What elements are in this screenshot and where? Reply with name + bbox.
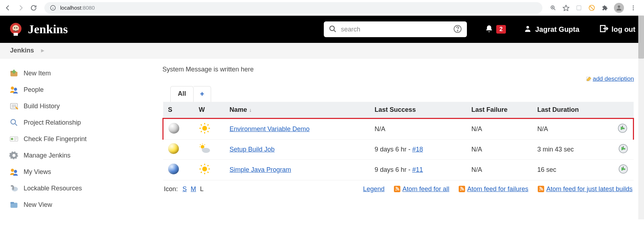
reading-list-icon[interactable] [575,4,582,11]
extension-clock-icon[interactable] [588,4,595,11]
sidebar-item-build-history[interactable]: Build History [6,98,150,114]
col-name[interactable]: Name↓ [225,102,370,119]
tab-all[interactable]: All [170,86,194,102]
jenkins-logo[interactable]: Jenkins [9,22,68,36]
svg-rect-19 [14,33,18,36]
feed-failures-link[interactable]: Atom feed for failures [459,185,528,193]
rss-icon [394,186,400,192]
search-icon [329,25,337,34]
jenkins-brand-text: Jenkins [28,23,68,36]
sidebar-item-new-item[interactable]: New Item [6,65,150,81]
svg-point-37 [11,119,15,124]
table-row: Simple Java Program9 days 6 hr - #11N/A1… [163,159,634,180]
sidebar-item-label: Check File Fingerprint [24,135,87,143]
site-info-icon[interactable] [49,4,57,11]
feed-all-link[interactable]: Atom feed for all [394,185,449,193]
svg-rect-30 [12,71,16,73]
last-duration-cell: N/A [532,118,607,139]
cloud-sun-icon [199,148,211,155]
svg-line-38 [15,124,17,125]
jobs-table: S W Name↓ Last Success Last Failure Last… [162,102,634,180]
url-port: :8080 [81,5,95,11]
zoom-icon[interactable] [550,4,557,11]
icon-size-m[interactable]: M [191,185,196,193]
job-name-link[interactable]: Simple Java Program [230,166,291,173]
icon-size-s[interactable]: S [182,185,187,193]
svg-point-32 [14,88,17,91]
job-name-link[interactable]: Setup Build Job [230,146,275,153]
sidebar-item-project-relationship[interactable]: Project Relationship [6,114,150,131]
page-scrollbar[interactable] [638,16,644,219]
last-failure-cell: N/A [466,139,532,159]
kebab-menu-icon[interactable] [630,4,637,11]
last-success-cell: 9 days 6 hr - #11 [370,159,466,180]
schedule-build-button[interactable] [618,143,629,154]
logout-label: log out [611,25,635,34]
sidebar-item-people[interactable]: People [6,81,150,98]
sidebar-item-manage-jenkins[interactable]: Manage Jenkins [6,147,150,164]
sidebar-item-label: Lockable Resources [24,185,82,192]
svg-line-10 [590,6,594,10]
help-icon[interactable] [453,25,462,34]
back-arrow-icon[interactable] [4,4,11,11]
col-last-duration[interactable]: Last Duration [532,102,607,119]
search-box[interactable] [324,21,467,37]
page-scrollbar-thumb[interactable] [638,16,644,59]
last-success-cell: 9 days 6 hr - #18 [370,139,466,159]
col-last-failure[interactable]: Last Failure [466,102,532,119]
logout-icon [599,24,609,35]
extensions-puzzle-icon[interactable] [601,4,608,11]
add-description-link[interactable]: add description [593,75,634,82]
view-tabs: All + [170,86,634,102]
svg-point-52 [202,126,207,130]
status-ball-icon [168,164,179,174]
notifications[interactable]: 2 [485,25,506,34]
last-duration-cell: 3 min 43 sec [532,139,607,159]
main-content: System Message is written here add descr… [154,59,644,219]
col-last-success[interactable]: Last Success [370,102,466,119]
svg-line-60 [208,124,209,125]
sidebar-item-new-view[interactable]: New View [6,196,150,213]
svg-line-4 [554,9,555,10]
sidebar-item-fingerprint[interactable]: Check File Fingerprint [6,131,150,147]
schedule-build-button[interactable] [617,123,628,134]
build-number-link[interactable]: #18 [412,146,423,153]
notif-count-badge: 2 [496,25,506,34]
feed-latest-link[interactable]: Atom feed for just latest builds [538,185,633,193]
tab-add-view[interactable]: + [194,86,211,102]
profile-avatar-icon[interactable] [614,3,624,13]
legend-link[interactable]: Legend [363,185,385,193]
svg-point-44 [11,169,14,172]
svg-point-16 [13,25,19,31]
col-status[interactable]: S [163,102,194,119]
svg-line-57 [201,124,202,125]
sidebar-item-my-views[interactable]: My Views [6,164,150,180]
sun-icon [199,128,210,135]
bookmark-star-icon[interactable] [562,4,570,11]
svg-rect-8 [577,6,581,10]
svg-point-12 [633,5,634,6]
search-input[interactable] [341,26,449,33]
svg-line-58 [208,131,209,132]
breadcrumb-root[interactable]: Jenkins [10,47,34,54]
forward-arrow-icon[interactable] [17,4,24,11]
sidebar-item-label: Build History [24,103,60,110]
logout-link[interactable]: log out [599,24,635,35]
sidebar-item-lockable-resources[interactable]: Lockable Resources [6,180,150,196]
schedule-build-button[interactable] [618,164,629,174]
svg-rect-50 [10,202,14,203]
svg-point-31 [11,86,14,90]
svg-point-11 [618,5,620,8]
username-label: Jagrat Gupta [535,25,579,34]
people-icon [9,85,19,94]
address-bar[interactable]: localhost:8080 [44,2,542,14]
svg-line-69 [204,144,205,145]
last-duration-cell: 16 sec [532,159,607,180]
build-number-link[interactable]: #11 [412,166,423,173]
job-name-link[interactable]: Environment Variable Demo [230,125,310,133]
col-weather[interactable]: W [194,102,225,119]
reload-icon[interactable] [30,4,37,11]
url-host: localhost [60,5,81,11]
breadcrumb: Jenkins ▶ [0,43,644,59]
user-menu[interactable]: Jagrat Gupta [524,25,579,34]
